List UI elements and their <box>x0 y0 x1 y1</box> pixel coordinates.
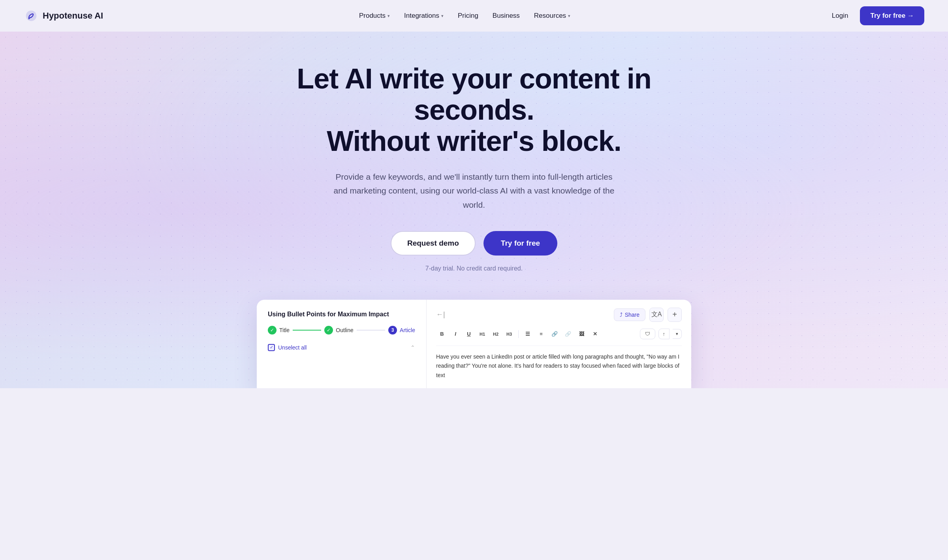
format-toolbar: B I U H1 H2 H3 ☰ ≡ 🔗 🔗 🖼 ✕ 🛡 ↑ <box>436 328 682 346</box>
demo-right-panel: ←| ⤴ Share 文A + B I U <box>427 300 691 388</box>
nav-menu: Products ▾ Integrations ▾ Pricing Busine… <box>354 9 576 23</box>
bullet-list-button[interactable]: ☰ <box>522 328 534 340</box>
step-title: ✓ Title <box>268 326 290 334</box>
demo-steps: ✓ Title ✓ Outline 3 Article <box>268 326 415 334</box>
step-line-1 <box>293 330 321 331</box>
underline-button[interactable]: U <box>463 328 475 340</box>
resources-link[interactable]: Resources ▾ <box>529 9 576 23</box>
clear-format-button[interactable]: ✕ <box>589 328 601 340</box>
shield-button[interactable]: 🛡 <box>640 329 655 339</box>
share-button[interactable]: ⤴ Share <box>614 308 645 321</box>
bold-button[interactable]: B <box>436 328 448 340</box>
hero-buttons: Request demo Try for free <box>276 231 672 256</box>
plus-icon: + <box>672 310 677 319</box>
article-preview-text: Have you ever seen a LinkedIn post or ar… <box>436 352 682 380</box>
products-link[interactable]: Products ▾ <box>354 9 395 23</box>
nav-item-products[interactable]: Products ▾ <box>354 9 395 23</box>
unlink-button[interactable]: 🔗 <box>562 328 574 340</box>
trial-note: 7-day trial. No credit card required. <box>276 265 672 272</box>
translate-icon: 文A <box>651 310 662 319</box>
nav-item-business[interactable]: Business <box>487 9 525 23</box>
try-free-nav-button[interactable]: Try for free → <box>860 6 924 25</box>
chevron-down-icon: ▾ <box>568 13 570 19</box>
hero-title: Let AI write your content in seconds. Wi… <box>276 63 672 157</box>
format-right: 🛡 ↑ ▾ <box>640 329 682 339</box>
integrations-link[interactable]: Integrations ▾ <box>399 9 449 23</box>
unselect-all-row[interactable]: ✓ Unselect all ⌃ <box>268 344 415 351</box>
logo-icon <box>24 8 39 23</box>
step-outline: ✓ Outline <box>324 326 353 334</box>
h3-button[interactable]: H3 <box>503 328 515 340</box>
nav-right: Login Try for free → <box>826 6 924 25</box>
step-article: 3 Article <box>388 326 415 334</box>
demo-preview: Using Bullet Points for Maximum Impact ✓… <box>257 300 691 388</box>
link-button[interactable]: 🔗 <box>549 328 561 340</box>
try-free-hero-button[interactable]: Try for free <box>483 231 557 256</box>
share-label: Share <box>625 312 640 318</box>
hero-subtitle: Provide a few keywords, and we'll instan… <box>332 170 616 212</box>
nav-item-resources[interactable]: Resources ▾ <box>529 9 576 23</box>
upload-icon: ↑ <box>663 331 666 337</box>
step-num-icon: 3 <box>388 326 397 334</box>
chevron-down-icon: ▾ <box>441 13 444 19</box>
nav-item-pricing[interactable]: Pricing <box>452 9 484 23</box>
hero-section: Let AI write your content in seconds. Wi… <box>0 32 948 388</box>
logo-link[interactable]: Hypotenuse AI <box>24 8 103 23</box>
business-link[interactable]: Business <box>487 9 525 23</box>
h2-button[interactable]: H2 <box>490 328 502 340</box>
demo-article-title: Using Bullet Points for Maximum Impact <box>268 311 415 318</box>
navigation: Hypotenuse AI Products ▾ Integrations ▾ … <box>0 0 948 32</box>
checkbox-icon: ✓ <box>268 344 275 351</box>
brand-name: Hypotenuse AI <box>43 11 103 21</box>
image-button[interactable]: 🖼 <box>576 328 587 340</box>
pricing-link[interactable]: Pricing <box>452 9 484 23</box>
demo-left-panel: Using Bullet Points for Maximum Impact ✓… <box>257 300 427 388</box>
nav-item-integrations[interactable]: Integrations ▾ <box>399 9 449 23</box>
ordered-list-button[interactable]: ≡ <box>535 328 547 340</box>
share-icon: ⤴ <box>620 312 623 318</box>
upload-button[interactable]: ↑ <box>658 329 670 339</box>
step-check-icon: ✓ <box>268 326 276 334</box>
h1-button[interactable]: H1 <box>476 328 488 340</box>
add-button[interactable]: + <box>668 308 682 322</box>
back-button[interactable]: ←| <box>436 310 445 319</box>
upload-caret-button[interactable]: ▾ <box>673 329 682 339</box>
hero-content: Let AI write your content in seconds. Wi… <box>276 63 672 296</box>
step-check-icon: ✓ <box>324 326 333 334</box>
toolbar-right-buttons: ⤴ Share 文A + <box>614 308 682 322</box>
shield-icon: 🛡 <box>645 331 650 337</box>
translate-button[interactable]: 文A <box>649 308 664 322</box>
unselect-all-label: Unselect all <box>278 344 307 351</box>
italic-button[interactable]: I <box>450 328 461 340</box>
login-link[interactable]: Login <box>826 9 854 23</box>
request-demo-button[interactable]: Request demo <box>391 231 476 256</box>
chevron-down-icon: ▾ <box>387 13 390 19</box>
step-line-2 <box>357 330 385 331</box>
demo-toolbar: ←| ⤴ Share 文A + <box>436 308 682 322</box>
chevron-up-icon: ⌃ <box>410 344 415 351</box>
toolbar-separator <box>518 330 519 338</box>
